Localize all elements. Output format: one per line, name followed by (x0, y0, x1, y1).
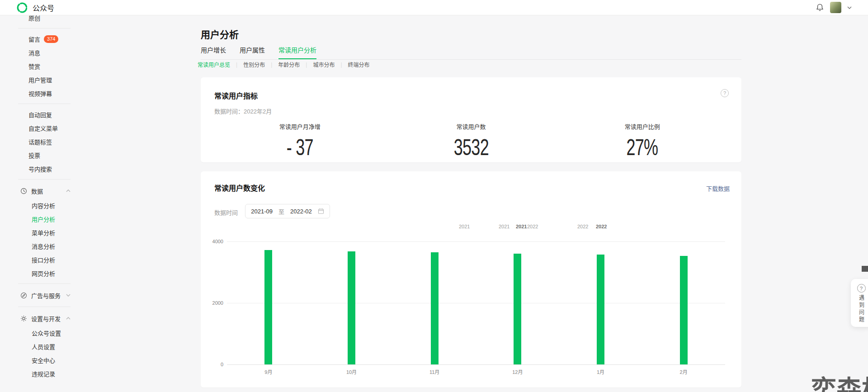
sidebar-item-label: 自定义菜单 (28, 124, 58, 132)
sidebar-item-user-management[interactable]: 用户管理 (0, 73, 78, 86)
sidebar-item-label: 菜单分析 (32, 228, 55, 237)
sidebar-item-account-settings[interactable]: 公众号设置 (0, 326, 78, 340)
subtab-age[interactable]: 年龄分布 (278, 61, 300, 68)
sidebar-item-security-center[interactable]: 安全中心 (0, 353, 78, 367)
help-icon[interactable]: ? (721, 89, 729, 97)
x-axis-tick: 2月 (675, 368, 693, 375)
sidebar-item-video-danmu[interactable]: 视频弹幕 (0, 86, 78, 100)
year-label: 2022 (527, 224, 538, 229)
subtab-divider: | (271, 61, 272, 68)
metric-value: 3532 (410, 136, 533, 159)
sidebar-item-comments[interactable]: 留言374 (0, 32, 78, 46)
sidebar-item-ads-services[interactable]: 广告与服务 (0, 288, 78, 303)
sidebar-item-auto-reply[interactable]: 自动回复 (0, 108, 78, 121)
metric: 常读用户比例27% (557, 122, 728, 159)
helper-widget[interactable]: ? 遇到问题 (851, 279, 868, 327)
metric-value: 27% (580, 136, 704, 159)
sidebar-item-label: 消息分析 (32, 242, 55, 250)
sidebar-item-label: 话题标签 (28, 137, 52, 146)
sidebar-item-label: 号内搜索 (28, 165, 52, 173)
gridline (227, 241, 725, 242)
metrics-row: 常读用户月净增- 37常读用户数3532常读用户比例27% (214, 122, 728, 159)
topbar: 公众号 (0, 0, 868, 15)
sidebar-item-in-account-search[interactable]: 号内搜索 (0, 162, 78, 175)
tabs: 用户增长 用户属性 常读用户分析 (201, 45, 741, 60)
sidebar-item-api-analysis[interactable]: 接口分析 (0, 253, 78, 266)
data-time-text: 数据时间：2022年2月 (214, 107, 728, 115)
metric: 常读用户数3532 (386, 122, 557, 159)
sidebar-item-label: 投票 (28, 151, 40, 160)
help-icon: ? (857, 284, 866, 293)
metric-label: 常读用户月净增 (214, 122, 386, 131)
bar-10月[interactable] (348, 251, 355, 364)
subtab-gender[interactable]: 性别分布 (243, 61, 265, 68)
sidebar-item-label: 人员设置 (32, 342, 55, 351)
sidebar-divider (18, 283, 71, 284)
sidebar-item-label: 留言 (28, 35, 40, 43)
bar-9月[interactable] (264, 250, 272, 364)
subtab-divider: | (236, 61, 237, 68)
tab-user-attributes[interactable]: 用户属性 (240, 45, 265, 54)
compass-icon (20, 292, 27, 299)
sidebar-item-label: 广告与服务 (31, 291, 61, 300)
watermark-fragment (862, 266, 868, 272)
metric-label: 常读用户比例 (557, 122, 728, 131)
sidebar-item-label: 用户管理 (28, 76, 52, 84)
sidebar-divider (18, 179, 71, 179)
sidebar-item-violation-records[interactable]: 违规记录 (0, 367, 78, 380)
sidebar-item-data[interactable]: 数据 (0, 183, 78, 198)
bar-1月[interactable] (597, 255, 604, 364)
sidebar-divider (18, 28, 71, 28)
sidebar-item-user-analysis[interactable]: 用户分析 (0, 212, 78, 226)
sidebar-item-message-analysis[interactable]: 消息分析 (0, 239, 78, 253)
sidebar-item-voting[interactable]: 投票 (0, 148, 78, 162)
tab-user-growth[interactable]: 用户增长 (201, 45, 226, 54)
subtab-terminal[interactable]: 终端分布 (348, 61, 370, 68)
sidebar-item-label: 违规记录 (32, 369, 55, 378)
sidebar-item-custom-menu[interactable]: 自定义菜单 (0, 121, 78, 135)
sidebar-item-label: 消息 (28, 48, 40, 57)
gridline (227, 303, 725, 303)
x-axis-tick: 10月 (343, 368, 361, 375)
sidebar-item-label: 公众号设置 (32, 329, 61, 337)
sidebar-item-menu-analysis[interactable]: 菜单分析 (0, 226, 78, 239)
x-axis-tick: 9月 (259, 368, 278, 375)
y-axis-tick: 2000 (204, 300, 223, 306)
y-axis-tick: 4000 (204, 239, 223, 244)
bar-11月[interactable] (431, 252, 439, 364)
sidebar-item-webpage-analysis[interactable]: 网页分析 (0, 266, 78, 280)
x-axis-tick: 11月 (425, 368, 443, 375)
y-axis-tick: 0 (204, 362, 223, 367)
metrics-card: 常读用户指标 ? 数据时间：2022年2月 常读用户月净增- 37常读用户数35… (201, 77, 741, 162)
notification-bell-icon[interactable] (816, 3, 824, 12)
sidebar-item-label: 接口分析 (32, 255, 55, 264)
helper-label: 遇到问题 (858, 295, 865, 324)
sidebar-item-rewards[interactable]: 赞赏 (0, 59, 78, 73)
sidebar-item-original[interactable]: 原创 (0, 15, 78, 24)
sidebar-item-label: 数据 (31, 187, 43, 195)
year-label: 2021 (499, 224, 509, 229)
sidebar-item-label: 视频弹幕 (28, 89, 52, 98)
chevron-up-icon[interactable] (66, 317, 71, 320)
bar-2月[interactable] (680, 256, 688, 364)
sidebar-item-staff-settings[interactable]: 人员设置 (0, 340, 78, 353)
chevron-down-icon[interactable] (66, 294, 71, 297)
sidebar-divider (18, 104, 71, 104)
trend-card: 常读用户数变化 下载数据 数据时间 2021-09 至 2022-02 0200… (201, 171, 741, 387)
sidebar-item-topic-tags[interactable]: 话题标签 (0, 135, 78, 148)
chevron-up-icon[interactable] (66, 189, 71, 192)
tab-regular-reader-analysis[interactable]: 常读用户分析 (278, 45, 316, 54)
sidebar-item-messages[interactable]: 消息 (0, 46, 78, 59)
bar-12月[interactable] (514, 254, 521, 364)
x-axis-tick: 1月 (592, 368, 610, 375)
sidebar: 原创留言374消息赞赏用户管理视频弹幕自动回复自定义菜单话题标签投票号内搜索数据… (0, 15, 78, 392)
avatar[interactable] (830, 2, 841, 13)
sidebar-item-label: 设置与开发 (31, 314, 61, 323)
sidebar-item-settings-dev[interactable]: 设置与开发 (0, 311, 78, 326)
subtab-city[interactable]: 城市分布 (313, 61, 335, 68)
subtab-overview[interactable]: 常读用户总览 (198, 61, 230, 68)
year-label: 2021 (459, 224, 470, 229)
sidebar-item-content-analysis[interactable]: 内容分析 (0, 198, 78, 212)
metric-value: - 37 (238, 136, 362, 159)
account-chevron-down-icon[interactable] (847, 6, 852, 9)
